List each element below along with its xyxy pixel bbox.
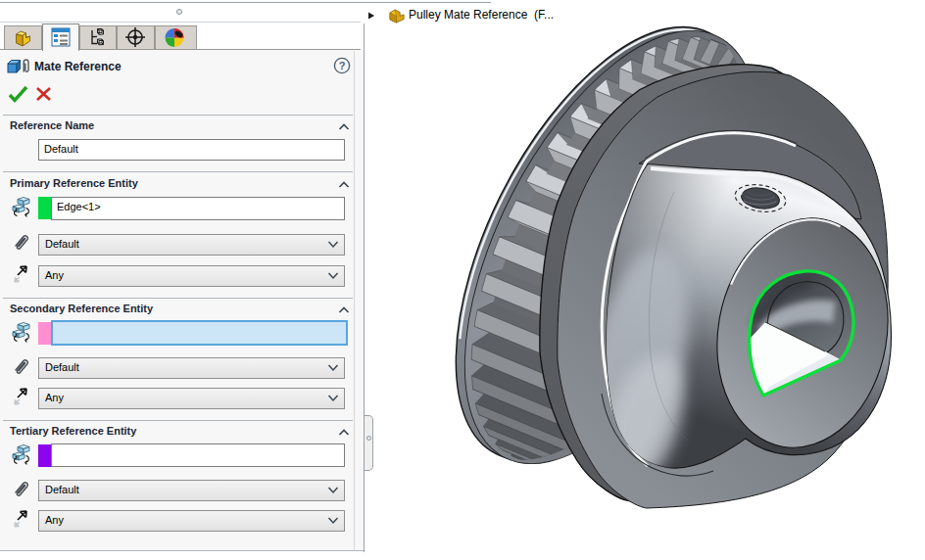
- svg-text:?: ?: [339, 60, 346, 71]
